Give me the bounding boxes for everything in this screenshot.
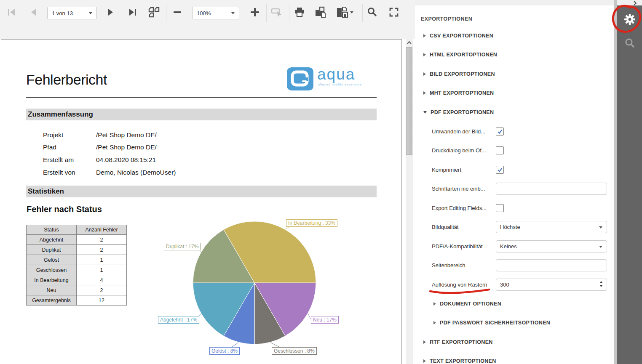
statistics-heading: Statistiken: [26, 186, 377, 197]
panel-search-button[interactable]: [617, 32, 642, 55]
search-button[interactable]: [365, 6, 379, 20]
table-row: Abgelehnt2: [27, 235, 127, 245]
checkbox-unchecked[interactable]: [496, 146, 504, 154]
pie-callout-line: [286, 227, 289, 229]
text-input[interactable]: [496, 259, 607, 271]
scrollbar-thumb[interactable]: [406, 47, 412, 155]
next-page-button[interactable]: [104, 6, 118, 20]
count-cell: 12: [77, 295, 127, 306]
chevron-collapsed-icon: [423, 53, 426, 56]
summary-value: /Pet Shop Demo DE/: [96, 143, 157, 151]
count-cell: 1: [77, 255, 127, 265]
summary-label: Projekt: [43, 131, 96, 139]
count-cell: 2: [77, 285, 127, 295]
section-text-exportoptionen[interactable]: TEXT EXPORTOPTIONEN: [415, 352, 614, 364]
chevron-expanded-icon: [423, 111, 427, 114]
chevron-collapsed-icon: [433, 321, 436, 324]
scroll-up-button[interactable]: [406, 39, 413, 46]
checkbox-checked[interactable]: [496, 128, 504, 136]
count-cell: 4: [77, 275, 127, 285]
panel-scrollbar[interactable]: [614, 0, 617, 364]
aqua-logo-mark: [287, 67, 313, 90]
chevron-collapsed-icon: [423, 91, 426, 95]
zoom-selector[interactable]: 100%: [192, 7, 239, 19]
panel-top-strip: [415, 0, 642, 5]
section-pdf-passwort-sicherheitsoptionen[interactable]: PDF PASSWORT SICHERHEITSOPTIONEN: [415, 314, 614, 333]
zoom-in-button[interactable]: [248, 6, 262, 20]
toolbar-separator: [166, 4, 166, 22]
collapse-panel-button[interactable]: [632, 0, 639, 5]
aqua-logo: aqua aligned quality assurance: [287, 67, 377, 92]
first-page-icon: [6, 7, 17, 19]
section-html-exportoptionen[interactable]: HTML EXPORTOPTIONEN: [415, 45, 614, 65]
export-field-row: Komprimiert: [415, 160, 614, 180]
multi-page-view-button[interactable]: [147, 6, 161, 20]
checkbox-unchecked[interactable]: [496, 204, 504, 212]
text-input[interactable]: [496, 183, 607, 195]
chevron-down-icon: [599, 226, 602, 228]
report-viewer: 1 von 13 100%: [0, 0, 642, 364]
pie-slice-abgelehnt: [193, 283, 254, 336]
pie-label-abgelehnt: Abgelehnt : 17%: [158, 316, 199, 324]
table-row: In Bearbeitung4: [27, 275, 127, 285]
summary-value: 04.08.2020 08:15:21: [96, 156, 156, 164]
toolbar-separator: [266, 4, 267, 22]
section-label: CSV EXPORTOPTIONEN: [430, 33, 493, 39]
dropdown-bildqualit-t[interactable]: Höchste: [496, 221, 607, 233]
summary-row: Projekt/Pet Shop Demo DE/: [43, 129, 176, 141]
export-field-row: PDF/A-KompatibilitätKeines: [415, 237, 614, 256]
next-page-icon: [105, 7, 116, 19]
export-icon: [336, 6, 354, 20]
export-button[interactable]: [335, 6, 355, 20]
chevron-collapsed-icon: [423, 72, 426, 76]
pie-label-in-bearbeitung: In Bearbeitung : 33%: [286, 219, 337, 227]
document-scrollbar[interactable]: [406, 39, 413, 364]
field-label: Komprimiert: [432, 167, 496, 173]
previous-page-button[interactable]: [26, 6, 40, 20]
chevron-down-icon: [89, 12, 92, 14]
document-page: Fehlerbericht aqua aligned quality assur…: [1, 39, 402, 364]
summary-rows: Projekt/Pet Shop Demo DE/Pfad/Pet Shop D…: [43, 129, 176, 178]
checkbox-checked[interactable]: [496, 166, 504, 174]
search-icon: [623, 37, 636, 50]
summary-value: Demo, Nicolas (DemoUser): [96, 169, 176, 176]
spinner-buttons[interactable]: [599, 281, 603, 287]
chevron-down-icon: [231, 12, 235, 14]
print-page-button[interactable]: [313, 6, 328, 20]
section-rtf-exportoptionen[interactable]: RTF EXPORTOPTIONEN: [415, 332, 614, 352]
section-dokument-optionen[interactable]: DOKUMENT OPTIONEN: [415, 294, 614, 314]
section-label: BILD EXPORTOPTIONEN: [430, 71, 495, 77]
dropdown-pdf-a-kompatibilit-t[interactable]: Keines: [496, 240, 607, 252]
pie-callout-line: [232, 343, 238, 347]
field-label: Export Editing Fields...: [432, 205, 496, 211]
table-row: Gelöst1: [27, 255, 127, 265]
full-screen-button[interactable]: [387, 6, 401, 20]
export-options-list: CSV EXPORTOPTIONENHTML EXPORTOPTIONENBIL…: [415, 26, 614, 364]
export-field-row: Export Editing Fields...: [415, 199, 614, 218]
pie-slice-geschlossen: [254, 283, 285, 344]
summary-row: Erstellt vonDemo, Nicolas (DemoUser): [43, 166, 176, 179]
section-csv-exportoptionen[interactable]: CSV EXPORTOPTIONEN: [415, 26, 614, 45]
full-screen-icon: [388, 6, 400, 20]
settings-gear-button[interactable]: [617, 8, 642, 31]
spinner-up-icon: [599, 281, 603, 283]
section-label: PDF PASSWORT SICHERHEITSOPTIONEN: [440, 320, 550, 326]
page-selector[interactable]: 1 von 13: [47, 7, 97, 19]
summary-label: Pfad: [43, 143, 96, 151]
print-button[interactable]: [292, 6, 307, 20]
section-pdf-exportoptionen[interactable]: PDF EXPORTOPTIONEN: [415, 103, 614, 122]
field-label: PDF/A-Kompatibilität: [432, 243, 496, 250]
panel-title: EXPORTOPTIONEN: [421, 16, 614, 22]
section-mht-exportoptionen[interactable]: MHT EXPORTOPTIONEN: [415, 84, 614, 103]
spinner-value: 300: [500, 282, 509, 288]
previous-page-icon: [28, 7, 39, 19]
zoom-out-button[interactable]: [170, 6, 185, 20]
last-page-button[interactable]: [126, 6, 140, 20]
spinner-input[interactable]: 300: [496, 279, 607, 291]
highlight-editing-fields-button[interactable]: [270, 6, 284, 20]
status-table: StatusAnzahl FehlerAbgelehnt2Duplikat2Ge…: [26, 225, 127, 306]
summary-label: Erstellt von: [43, 169, 96, 176]
first-page-button[interactable]: [4, 6, 19, 20]
section-bild-exportoptionen[interactable]: BILD EXPORTOPTIONEN: [415, 64, 614, 84]
zoom-selector-value: 100%: [197, 10, 211, 16]
